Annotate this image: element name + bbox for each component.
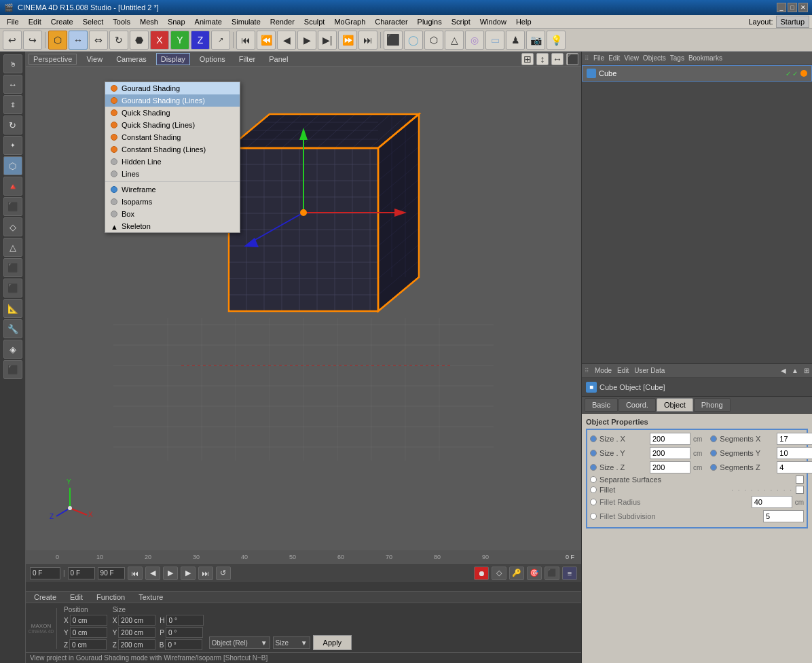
am-fr-input[interactable] [752, 496, 792, 508]
play-end-button[interactable]: ⏭ [358, 31, 377, 50]
vp-icon-3[interactable]: ↔ [551, 53, 564, 65]
play-pause-button[interactable]: ▶ [163, 567, 178, 580]
camera-obj-button[interactable]: 📷 [526, 31, 545, 50]
menu-create[interactable]: Create [47, 16, 77, 27]
maximize-button[interactable]: □ [788, 3, 797, 12]
light-obj-button[interactable]: 💡 [547, 31, 566, 50]
am-arrow-up[interactable]: ▲ [792, 367, 798, 374]
sidebar-move[interactable]: ↔ [3, 75, 22, 94]
marker-button[interactable]: ⬛ [545, 567, 559, 580]
dm-constant-shading[interactable]: Constant Shading [105, 131, 240, 143]
menu-edit[interactable]: Edit [24, 16, 45, 27]
dm-quick-shading[interactable]: Quick Shading [105, 107, 240, 119]
sidebar-poly[interactable]: ⬡ [3, 156, 22, 175]
record-active-button[interactable]: ⏺ [474, 567, 489, 580]
dope-button[interactable]: ≡ [562, 567, 577, 580]
am-radio-seg-z[interactable] [710, 464, 717, 471]
vp-panel-menu[interactable]: Panel [265, 54, 292, 65]
am-size-z-input[interactable] [650, 461, 690, 473]
am-tab-coord[interactable]: Coord. [619, 398, 656, 412]
dm-wireframe[interactable]: Wireframe [105, 183, 240, 196]
size-p-input[interactable] [166, 627, 203, 638]
end-frame-input[interactable] [98, 567, 125, 579]
cylinder-obj-button[interactable]: ⬡ [424, 31, 443, 50]
plane-obj-button[interactable]: ▭ [485, 31, 504, 50]
sidebar-combined[interactable]: ✦ [3, 136, 22, 155]
keyframe-button[interactable]: ◇ [492, 567, 506, 580]
am-size-y-input[interactable] [650, 447, 690, 459]
cube-obj-button[interactable]: ⬛ [384, 31, 403, 50]
am-size-x-input[interactable] [650, 433, 690, 445]
bb-function[interactable]: Function [92, 592, 129, 603]
size-x-input[interactable] [118, 615, 155, 626]
sidebar-rotate[interactable]: ↻ [3, 115, 22, 135]
go-end-button[interactable]: ⏭ [198, 567, 213, 580]
step-back-button[interactable]: ◀ [277, 31, 296, 50]
om-check-2[interactable]: ✓ [792, 70, 798, 77]
y-axis-button[interactable]: Y [170, 31, 189, 50]
am-fillet-checkbox[interactable] [796, 486, 804, 494]
am-seg-x-input[interactable] [777, 433, 812, 445]
timeline-ruler[interactable]: 0 10 20 30 40 50 60 70 80 90 0 F [26, 551, 581, 563]
am-tab-basic[interactable]: Basic [585, 398, 618, 412]
size-mode-dropdown[interactable]: Size ▼ [273, 637, 310, 649]
vp-view-menu[interactable]: View [82, 54, 107, 65]
size-z-input[interactable] [118, 639, 155, 650]
menu-mograph[interactable]: MoGraph [330, 16, 369, 27]
menu-plugins[interactable]: Plugins [413, 16, 446, 27]
pos-z-input[interactable] [69, 639, 107, 650]
dm-constant-shading-lines[interactable]: Constant Shading (Lines) [105, 143, 240, 156]
menu-help[interactable]: Help [512, 16, 536, 27]
am-expand[interactable]: ⊞ [804, 367, 809, 374]
vp-display-menu[interactable]: Display [156, 53, 190, 65]
vp-icon-1[interactable]: ⊞ [521, 53, 534, 65]
dm-box[interactable]: Box [105, 208, 240, 220]
am-radio-fillet[interactable] [590, 486, 597, 493]
sidebar-bridge[interactable]: ⬛ [3, 279, 22, 298]
menu-script[interactable]: Script [447, 16, 475, 27]
autokey-button[interactable]: 🔑 [509, 567, 524, 580]
start-frame-input[interactable] [68, 567, 95, 579]
am-edit[interactable]: Edit [617, 367, 629, 374]
am-radio-seg-x[interactable] [710, 435, 717, 442]
figure-obj-button[interactable]: ♟ [506, 31, 525, 50]
am-tab-phong[interactable]: Phong [694, 398, 731, 412]
menu-file[interactable]: File [3, 16, 23, 27]
size-b-input[interactable] [165, 639, 202, 650]
sidebar-select[interactable]: 🖱 [3, 54, 22, 73]
x-axis-button[interactable]: X [150, 31, 169, 50]
vp-cameras-menu[interactable]: Cameras [112, 54, 151, 65]
am-radio-x[interactable] [590, 435, 597, 442]
scale-tool-button[interactable]: ⇔ [89, 31, 108, 50]
menu-snap[interactable]: Snap [164, 16, 189, 27]
am-radio-sep[interactable] [590, 476, 597, 483]
om-tags[interactable]: Tags [670, 54, 684, 62]
om-check-1[interactable]: ✓ [786, 70, 791, 77]
om-objects[interactable]: Objects [643, 54, 666, 62]
vp-icon-2[interactable]: ↕ [536, 53, 549, 65]
am-radio-y[interactable] [590, 450, 597, 456]
menu-character[interactable]: Character [371, 16, 411, 27]
menu-window[interactable]: Window [476, 16, 511, 27]
all-axis-button[interactable]: ↗ [211, 31, 230, 50]
current-frame-input[interactable] [30, 567, 60, 579]
apply-button[interactable]: Apply [313, 635, 352, 650]
am-radio-fr[interactable] [590, 499, 597, 505]
redo-button[interactable]: ↪ [23, 31, 42, 50]
bb-edit[interactable]: Edit [66, 592, 87, 603]
am-seg-y-input[interactable] [777, 447, 812, 459]
am-tab-object[interactable]: Object [657, 398, 693, 412]
go-start-button[interactable]: ⏮ [128, 567, 143, 580]
am-mode[interactable]: Mode [595, 367, 612, 374]
step-fwd-tl-button[interactable]: ▶ [181, 567, 196, 580]
am-fs-input[interactable] [763, 510, 804, 522]
vp-filter-menu[interactable]: Filter [235, 54, 259, 65]
torus-obj-button[interactable]: ◎ [465, 31, 484, 50]
sidebar-magnet[interactable]: 🔧 [3, 319, 22, 338]
play-back-button[interactable]: ⏪ [257, 31, 276, 50]
sidebar-knife[interactable]: ⬛ [3, 258, 22, 277]
sidebar-pt[interactable]: ⬛ [3, 197, 22, 216]
play-back-tl-button[interactable]: ◀ [145, 567, 160, 580]
menu-animate[interactable]: Animate [191, 16, 226, 27]
menu-render[interactable]: Render [266, 16, 299, 27]
